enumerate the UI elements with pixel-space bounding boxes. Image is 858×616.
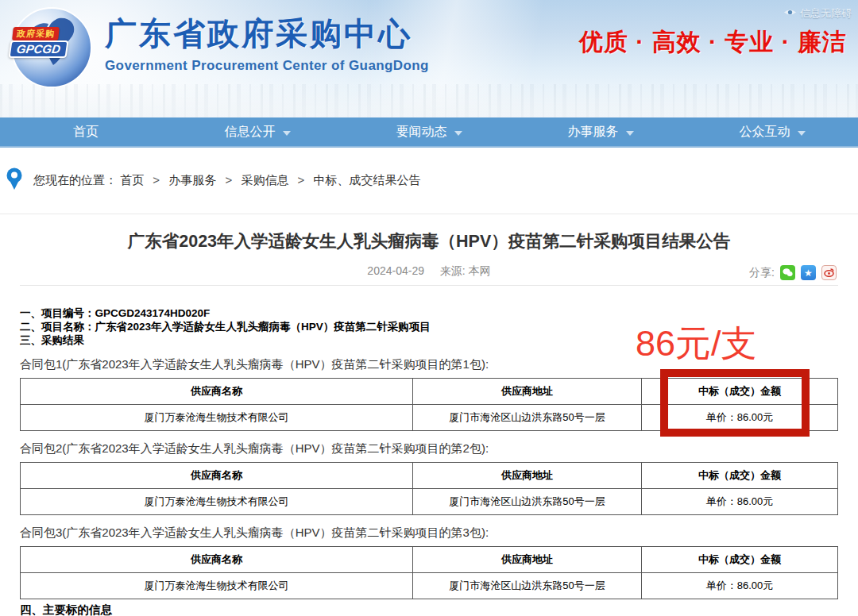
cell-supplier-name: 厦门万泰沧海生物技术有限公司 <box>21 573 413 599</box>
cell-supplier-name: 厦门万泰沧海生物技术有限公司 <box>21 405 413 431</box>
slogan: 优质 · 高效 · 专业 · 廉洁 <box>579 26 847 59</box>
breadcrumb-item-home[interactable]: 首页 <box>120 173 144 187</box>
breadcrumb-prefix: 您现在的位置： <box>33 173 117 187</box>
col-supplier-name: 供应商名称 <box>21 547 413 573</box>
cell-supplier-address: 厦门市海沧区山边洪东路50号一层 <box>412 573 641 599</box>
col-supplier-address: 供应商地址 <box>412 379 641 405</box>
nav-item-info-disclosure[interactable]: 信息公开 <box>172 117 343 146</box>
package-section-3: 合同包3(广东省2023年入学适龄女生人乳头瘤病毒（HPV）疫苗第二针采购项目的… <box>20 525 838 599</box>
cell-supplier-address: 厦门市海沧区山边洪东路50号一层 <box>412 489 641 515</box>
meta-divider <box>20 285 838 286</box>
result-table: 供应商名称 供应商地址 中标（成交）金额 厦门万泰沧海生物技术有限公司 厦门市海… <box>20 462 838 515</box>
nav-label: 首页 <box>73 124 99 141</box>
location-pin-icon <box>5 167 24 195</box>
accessibility-label: 信息无障碍 <box>800 6 852 21</box>
package-section-2: 合同包2(广东省2023年入学适龄女生人乳头瘤病毒（HPV）疫苗第二针采购项目的… <box>20 441 838 515</box>
cell-award-amount: 单价：86.00元 <box>642 405 838 431</box>
eye-icon <box>783 7 797 20</box>
chevron-down-icon <box>454 131 462 136</box>
breadcrumb: 您现在的位置： 首页 > 办事服务 > 采购信息 > 中标、成交结果公告 <box>0 148 858 214</box>
site-header: 政府采购 GPCGD 广东省政府采购中心 Government Procurem… <box>0 0 858 117</box>
result-table-wrap: 供应商名称 供应商地址 中标（成交）金额 厦门万泰沧海生物技术有限公司 厦门市海… <box>20 378 838 431</box>
nav-label: 办事服务 <box>568 124 619 141</box>
logo-abbr: GPCGD <box>8 40 68 58</box>
article-meta: 2024-04-29 来源: 本网 分享: ★ <box>20 256 838 283</box>
package-section-1: 合同包1(广东省2023年入学适龄女生人乳头瘤病毒（HPV）疫苗第二针采购项目的… <box>20 356 838 431</box>
result-table: 供应商名称 供应商地址 中标（成交）金额 厦门万泰沧海生物技术有限公司 厦门市海… <box>20 546 838 599</box>
table-header-row: 供应商名称 供应商地址 中标（成交）金额 <box>21 463 838 489</box>
col-award-amount: 中标（成交）金额 <box>642 379 838 405</box>
share-label: 分享: <box>749 266 775 280</box>
col-supplier-address: 供应商地址 <box>412 547 641 573</box>
price-annotation: 86元/支 <box>636 320 757 368</box>
table-row: 厦门万泰沧海生物技术有限公司 厦门市海沧区山边洪东路50号一层 单价：86.00… <box>21 573 838 599</box>
table-row: 厦门万泰沧海生物技术有限公司 厦门市海沧区山边洪东路50号一层 单价：86.00… <box>21 489 838 515</box>
site-titles: 广东省政府采购中心 Government Procurement Center … <box>105 12 429 74</box>
table-row: 厦门万泰沧海生物技术有限公司 厦门市海沧区山边洪东路50号一层 单价：86.00… <box>21 405 838 431</box>
table-header-row: 供应商名称 供应商地址 中标（成交）金额 <box>21 547 838 573</box>
table-header-row: 供应商名称 供应商地址 中标（成交）金额 <box>21 379 838 405</box>
nav-item-news[interactable]: 要闻动态 <box>343 117 515 146</box>
package-caption: 合同包2(广东省2023年入学适龄女生人乳头瘤病毒（HPV）疫苗第二针采购项目的… <box>20 441 838 456</box>
cell-supplier-name: 厦门万泰沧海生物技术有限公司 <box>21 489 413 515</box>
col-supplier-address: 供应商地址 <box>412 463 641 489</box>
nav-label: 信息公开 <box>225 124 276 141</box>
site-title: 广东省政府采购中心 <box>105 12 429 56</box>
nav-label: 要闻动态 <box>396 124 447 141</box>
result-table-wrap: 供应商名称 供应商地址 中标（成交）金额 厦门万泰沧海生物技术有限公司 厦门市海… <box>20 546 838 599</box>
main-nav: 首页 信息公开 要闻动态 办事服务 公众互动 <box>0 117 858 148</box>
result-table: 供应商名称 供应商地址 中标（成交）金额 厦门万泰沧海生物技术有限公司 厦门市海… <box>20 378 838 431</box>
page: 政府采购 GPCGD 广东省政府采购中心 Government Procurem… <box>0 0 858 616</box>
article-meta-center: 2024-04-29 来源: 本网 <box>20 264 838 279</box>
breadcrumb-item-procurement-info[interactable]: 采购信息 <box>241 173 288 187</box>
source-label: 来源: 本网 <box>440 264 491 277</box>
breadcrumb-item-result-notice[interactable]: 中标、成交结果公告 <box>314 173 421 187</box>
package-caption: 合同包3(广东省2023年入学适龄女生人乳头瘤病毒（HPV）疫苗第二针采购项目的… <box>20 525 838 540</box>
nav-item-interaction[interactable]: 公众互动 <box>686 117 858 146</box>
cell-supplier-address: 厦门市海沧区山边洪东路50号一层 <box>412 405 641 431</box>
breadcrumb-separator: > <box>298 173 305 187</box>
main-bid-info-heading: 四、主要标的信息 <box>20 603 838 616</box>
result-table-wrap: 供应商名称 供应商地址 中标（成交）金额 厦门万泰沧海生物技术有限公司 厦门市海… <box>20 462 838 515</box>
nav-label: 公众互动 <box>740 124 790 141</box>
col-award-amount: 中标（成交）金额 <box>642 547 838 573</box>
cell-award-amount: 单价：86.00元 <box>642 573 838 599</box>
breadcrumb-item-services[interactable]: 办事服务 <box>168 173 216 187</box>
skyline-decoration <box>0 84 858 117</box>
wechat-share-icon[interactable] <box>780 265 795 280</box>
share-bar: 分享: ★ <box>749 265 837 280</box>
cell-award-amount: 单价：86.00元 <box>642 489 838 515</box>
publish-date: 2024-04-29 <box>367 264 424 277</box>
logo-badge: 政府采购 <box>12 27 60 40</box>
weibo-share-icon[interactable] <box>821 265 837 280</box>
site-subtitle: Government Procurement Center of GuangDo… <box>105 58 429 74</box>
page-title: 广东省2023年入学适龄女生人乳头瘤病毒（HPV）疫苗第二针采购项目结果公告 <box>44 230 814 253</box>
col-supplier-name: 供应商名称 <box>21 463 413 489</box>
breadcrumb-text: 您现在的位置： 首页 > 办事服务 > 采购信息 > 中标、成交结果公告 <box>33 173 421 188</box>
article: 广东省2023年入学适龄女生人乳头瘤病毒（HPV）疫苗第二针采购项目结果公告 2… <box>0 230 858 616</box>
project-number-line: 一、项目编号：GPCGD243174HD020F <box>20 306 838 320</box>
col-supplier-name: 供应商名称 <box>21 379 413 405</box>
breadcrumb-separator: > <box>153 173 160 187</box>
nav-item-services[interactable]: 办事服务 <box>515 117 686 146</box>
qzone-share-icon[interactable]: ★ <box>801 265 816 280</box>
col-award-amount: 中标（成交）金额 <box>642 463 838 489</box>
site-logo[interactable]: 政府采购 GPCGD <box>10 6 97 93</box>
chevron-down-icon <box>626 131 634 136</box>
nav-item-home[interactable]: 首页 <box>0 117 172 146</box>
globe-icon <box>10 79 94 92</box>
accessibility-link[interactable]: 信息无障碍 <box>783 6 852 21</box>
chevron-down-icon <box>283 131 291 136</box>
breadcrumb-separator: > <box>225 173 232 187</box>
chevron-down-icon <box>798 131 806 136</box>
